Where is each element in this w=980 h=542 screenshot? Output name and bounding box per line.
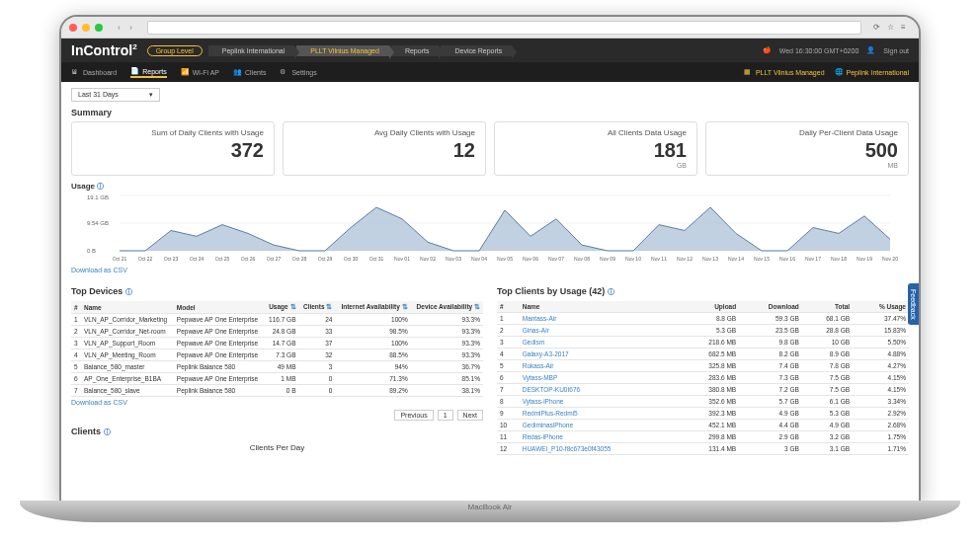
browser-chrome: ‹ › ⟳ ☆ ≡ bbox=[61, 17, 919, 39]
info-icon[interactable]: ⓘ bbox=[97, 183, 104, 190]
col-header[interactable]: Usage ⇅ bbox=[265, 301, 299, 314]
forward-icon[interactable]: › bbox=[126, 23, 135, 33]
cell[interactable]: Mantass-Air bbox=[520, 313, 682, 325]
feedback-tab[interactable]: Feedback bbox=[908, 283, 919, 326]
col-header[interactable]: # bbox=[497, 301, 520, 313]
cell: 1 bbox=[71, 314, 81, 326]
top-clients-table: #NameUploadDownloadTotal% Usage1Mantass-… bbox=[497, 301, 909, 455]
cell: 392.3 MB bbox=[682, 408, 739, 420]
col-header[interactable]: Clients ⇅ bbox=[299, 301, 336, 314]
group-level-pill[interactable]: Group Level bbox=[147, 45, 203, 56]
menu-icon[interactable]: ≡ bbox=[901, 23, 911, 33]
cell: 4.88% bbox=[853, 348, 909, 360]
back-icon[interactable]: ‹ bbox=[115, 23, 123, 33]
sort-icon[interactable]: ⇅ bbox=[326, 303, 332, 310]
refresh-icon[interactable]: ⟳ bbox=[873, 23, 883, 33]
table-row[interactable]: 7Balance_580_slavePeplink Balance 5800 B… bbox=[71, 385, 483, 397]
table-row[interactable]: 6AP_One_Enterprise_B1BAPepwave AP One En… bbox=[71, 373, 483, 385]
col-header[interactable]: Model bbox=[174, 301, 265, 314]
download-csv-link[interactable]: Download as CSV bbox=[71, 267, 127, 273]
period-dropdown[interactable]: Last 31 Days▾ bbox=[71, 88, 160, 102]
table-row[interactable]: 7DESKTOP-KU0I676380.8 MB7.2 GB7.5 GB4.15… bbox=[497, 384, 909, 396]
page-number: 1 bbox=[438, 410, 453, 421]
col-header[interactable]: # bbox=[71, 301, 81, 314]
maximize-icon[interactable] bbox=[95, 24, 103, 32]
svg-text:9.54 GB: 9.54 GB bbox=[87, 220, 109, 226]
nav-item-settings[interactable]: ⚙Settings bbox=[280, 67, 316, 78]
cell[interactable]: Redas-iPhone bbox=[520, 431, 682, 443]
col-header[interactable]: Name bbox=[520, 301, 682, 313]
info-icon[interactable]: ⓘ bbox=[125, 288, 132, 295]
cell[interactable]: Vytass-MBP bbox=[520, 372, 682, 384]
cell: 7.3 GB bbox=[265, 349, 299, 361]
breadcrumb-item[interactable]: Peplink International bbox=[208, 45, 294, 56]
sort-icon[interactable]: ⇅ bbox=[402, 303, 408, 310]
table-row[interactable]: 4Galaxy-A3-2017682.5 MB8.2 GB8.9 GB4.88% bbox=[497, 348, 909, 360]
cell[interactable]: RedmiPlus-Redmi5 bbox=[520, 408, 682, 420]
table-row[interactable]: 2VLN_AP_Corridor_Net-roomPepwave AP One … bbox=[71, 326, 483, 338]
cell: VLN_AP_Support_Room bbox=[81, 338, 174, 349]
download-csv-link[interactable]: Download as CSV bbox=[71, 399, 127, 406]
breadcrumb-item[interactable]: Device Reports bbox=[441, 45, 512, 56]
col-header[interactable]: Device Availability ⇅ bbox=[411, 301, 483, 314]
table-row[interactable]: 8Vytass-iPhone352.6 MB5.7 GB6.1 GB3.34% bbox=[497, 396, 909, 408]
table-row[interactable]: 9RedmiPlus-Redmi5392.3 MB4.9 GB5.3 GB2.9… bbox=[497, 408, 909, 420]
clients-chart-title: Clients Per Day bbox=[71, 443, 483, 452]
cell[interactable]: GediminasiPhone bbox=[520, 420, 682, 431]
cell[interactable]: Galaxy-A3-2017 bbox=[520, 348, 682, 360]
minimize-icon[interactable] bbox=[82, 24, 90, 32]
table-row[interactable]: 3VLN_AP_Support_RoomPepwave AP One Enter… bbox=[71, 338, 483, 349]
breadcrumb-item[interactable]: Reports bbox=[391, 45, 440, 56]
signout-link[interactable]: Sign out bbox=[883, 47, 909, 54]
cell: 380.8 MB bbox=[682, 384, 739, 396]
table-row[interactable]: 12HUAWEI_P10-f8c673e0f43055131.4 MB3 GB3… bbox=[497, 443, 909, 455]
svg-text:19.1 GB: 19.1 GB bbox=[87, 194, 109, 200]
col-header[interactable]: % Usage bbox=[853, 301, 909, 313]
table-row[interactable]: 3Gedism218.6 MB9.8 GB10 GB5.50% bbox=[497, 337, 909, 348]
info-icon[interactable]: ⓘ bbox=[104, 428, 111, 435]
user-icon[interactable]: 👤 bbox=[866, 46, 875, 54]
col-header[interactable]: Total bbox=[802, 301, 853, 313]
col-header[interactable]: Download bbox=[739, 301, 802, 313]
cell: 37.47% bbox=[853, 313, 909, 325]
col-header[interactable]: Internet Availability ⇅ bbox=[335, 301, 410, 314]
cell[interactable]: DESKTOP-KU0I676 bbox=[520, 384, 682, 396]
cell: 0 B bbox=[265, 385, 299, 397]
col-header[interactable]: Name bbox=[81, 301, 174, 314]
prev-button[interactable]: Previous bbox=[394, 410, 433, 421]
table-row[interactable]: 10GediminasiPhone452.1 MB4.4 GB4.9 GB2.6… bbox=[497, 420, 909, 431]
cell[interactable]: Rokass-Air bbox=[520, 360, 682, 372]
table-row[interactable]: 1Mantass-Air8.8 GB59.3 GB68.1 GB37.47% bbox=[497, 313, 909, 325]
nav-item-wi-fi-ap[interactable]: 📶Wi-Fi AP bbox=[181, 67, 219, 78]
cell: 3 GB bbox=[739, 443, 802, 455]
nav-item-clients[interactable]: 👥Clients bbox=[233, 67, 266, 78]
col-header[interactable]: Upload bbox=[682, 301, 739, 313]
next-button[interactable]: Next bbox=[457, 410, 483, 421]
window-controls[interactable] bbox=[69, 24, 103, 32]
table-row[interactable]: 6Vytass-MBP283.6 MB7.3 GB7.5 GB4.15% bbox=[497, 372, 909, 384]
nav-context-item[interactable]: ▦PLLT Vilnius Managed bbox=[744, 68, 825, 77]
cell[interactable]: HUAWEI_P10-f8c673e0f43055 bbox=[520, 443, 682, 455]
svg-text:Nov 06: Nov 06 bbox=[523, 256, 538, 262]
svg-text:Nov 02: Nov 02 bbox=[420, 256, 436, 262]
cell[interactable]: Gedism bbox=[520, 337, 682, 348]
cell[interactable]: Ginas-Air bbox=[520, 325, 682, 337]
table-row[interactable]: 1VLN_AP_Corridor_MarketingPepwave AP One… bbox=[71, 314, 483, 326]
nav-context-item[interactable]: 🌐Peplink International bbox=[835, 68, 909, 77]
sort-icon[interactable]: ⇅ bbox=[474, 303, 480, 310]
close-icon[interactable] bbox=[69, 24, 77, 32]
address-bar[interactable] bbox=[147, 21, 861, 35]
info-icon[interactable]: ⓘ bbox=[608, 288, 614, 295]
table-row[interactable]: 5Rokass-Air325.8 MB7.4 GB7.8 GB4.27% bbox=[497, 360, 909, 372]
svg-text:Oct 27: Oct 27 bbox=[267, 256, 282, 262]
table-row[interactable]: 11Redas-iPhone299.8 MB2.9 GB3.2 GB1.75% bbox=[497, 431, 909, 443]
breadcrumb-item[interactable]: PLLT Vilnius Managed bbox=[296, 45, 389, 56]
bookmark-icon[interactable]: ☆ bbox=[887, 23, 897, 33]
nav-item-dashboard[interactable]: 🖥Dashboard bbox=[71, 67, 117, 78]
sort-icon[interactable]: ⇅ bbox=[290, 303, 296, 310]
nav-item-reports[interactable]: 📄Reports bbox=[130, 67, 167, 78]
table-row[interactable]: 2Ginas-Air5.3 GB23.5 GB28.8 GB15.83% bbox=[497, 325, 909, 337]
table-row[interactable]: 4VLN_AP_Meeting_RoomPepwave AP One Enter… bbox=[71, 349, 483, 361]
table-row[interactable]: 5Balance_580_masterPeplink Balance 58049… bbox=[71, 361, 483, 373]
cell[interactable]: Vytass-iPhone bbox=[520, 396, 682, 408]
